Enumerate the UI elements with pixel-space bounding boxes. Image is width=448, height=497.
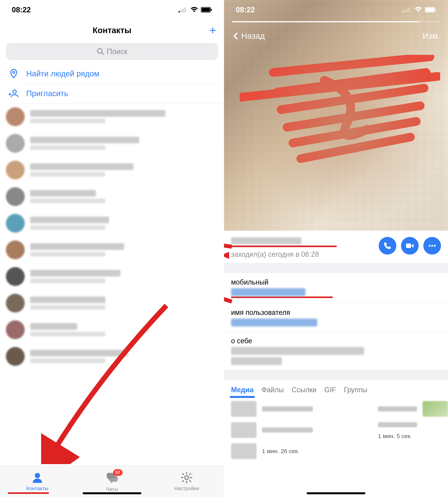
annotation-underline xyxy=(231,296,333,298)
annotation-arrowhead xyxy=(224,252,229,261)
about-section: о себе xyxy=(224,332,448,370)
cellular-icon xyxy=(402,7,412,13)
media-title-redacted xyxy=(378,406,417,411)
tab-links[interactable]: Ссылки xyxy=(291,386,316,394)
tab-media[interactable]: Медиа xyxy=(231,386,254,394)
contacts-list[interactable] xyxy=(0,103,224,370)
avatar xyxy=(6,134,25,153)
about-label: о себе xyxy=(231,337,441,345)
media-list[interactable]: 1 мин. 26 сек. 1 мин. 5 сек. xyxy=(224,398,448,462)
svg-point-24 xyxy=(431,245,433,247)
media-title-redacted xyxy=(262,428,313,433)
contact-row[interactable] xyxy=(0,157,224,183)
svg-point-25 xyxy=(434,245,436,247)
svg-rect-20 xyxy=(426,8,434,12)
media-thumb xyxy=(231,401,256,417)
contact-row[interactable] xyxy=(0,103,224,130)
invite-friends[interactable]: Пригласить xyxy=(0,84,224,103)
edit-button[interactable]: Изм. xyxy=(423,31,440,41)
phone-icon xyxy=(383,241,392,250)
media-title-redacted xyxy=(262,406,313,411)
media-duration: 1 мин. 5 сек. xyxy=(378,433,412,439)
video-icon xyxy=(405,241,414,250)
media-row[interactable]: 1 мин. 5 сек. xyxy=(378,430,448,442)
svg-rect-0 xyxy=(178,11,180,13)
avatar xyxy=(6,267,25,286)
media-row[interactable] xyxy=(378,398,448,419)
mobile-section[interactable]: мобильный xyxy=(224,273,448,303)
tab-gif[interactable]: GIF xyxy=(324,386,336,394)
contact-row[interactable] xyxy=(0,263,224,290)
profile-nav: Назад Изм. xyxy=(224,31,448,41)
more-button[interactable] xyxy=(423,237,441,255)
section-gap xyxy=(224,370,448,380)
profile-photo[interactable]: 08:22 Назад Изм. xyxy=(224,0,448,231)
tab-settings[interactable]: Настройки xyxy=(149,466,224,497)
contact-row[interactable] xyxy=(0,130,224,157)
cellular-icon xyxy=(178,7,188,13)
video-call-button[interactable] xyxy=(401,237,419,255)
tab-files[interactable]: Файлы xyxy=(261,386,284,394)
svg-point-14 xyxy=(185,476,189,480)
svg-line-8 xyxy=(101,52,103,54)
home-indicator xyxy=(83,492,141,494)
tab-groups[interactable]: Группы xyxy=(344,386,367,394)
section-gap xyxy=(224,263,448,273)
svg-rect-5 xyxy=(202,8,210,12)
username-section[interactable]: имя пользователя xyxy=(224,303,448,332)
contact-row[interactable] xyxy=(0,237,224,263)
find-nearby-label: Найти людей рядом xyxy=(26,69,99,78)
contact-row[interactable] xyxy=(0,210,224,237)
svg-point-10 xyxy=(13,90,16,93)
gear-icon xyxy=(180,471,193,484)
tab-settings-label: Настройки xyxy=(174,485,199,492)
add-person-icon xyxy=(8,88,20,98)
contact-name-redacted xyxy=(231,237,302,244)
media-thumb xyxy=(423,401,448,417)
person-icon xyxy=(31,471,44,484)
home-indicator xyxy=(307,492,365,494)
find-people-nearby[interactable]: Найти людей рядом xyxy=(0,64,224,83)
avatar xyxy=(6,347,25,366)
svg-rect-1 xyxy=(180,10,182,13)
username-label: имя пользователя xyxy=(231,308,441,317)
back-button[interactable]: Назад xyxy=(232,31,265,41)
svg-rect-22 xyxy=(406,244,411,248)
contact-row[interactable] xyxy=(0,290,224,317)
status-bar: 08:22 xyxy=(0,0,224,20)
media-row[interactable]: 1 мин. 26 сек. xyxy=(231,441,441,462)
svg-rect-21 xyxy=(435,9,436,11)
avatar xyxy=(6,187,25,206)
tab-contacts-label: Контакты xyxy=(26,485,48,492)
contact-profile-screen: 08:22 Назад Изм. xyxy=(224,0,448,497)
last-seen: заходил(а) сегодня в 06:28 xyxy=(231,250,379,258)
contact-row[interactable] xyxy=(0,343,224,370)
annotation-underline xyxy=(231,246,337,247)
avatar xyxy=(6,320,25,339)
bio-line-redacted xyxy=(231,357,282,365)
back-label: Назад xyxy=(241,31,265,41)
battery-icon xyxy=(425,7,436,13)
svg-rect-2 xyxy=(182,9,184,13)
page-title: Контакты xyxy=(93,26,131,35)
wifi-icon xyxy=(190,7,198,13)
svg-rect-18 xyxy=(408,7,410,13)
battery-icon xyxy=(201,7,212,13)
contact-row[interactable] xyxy=(0,317,224,343)
avatar xyxy=(6,107,25,126)
annotation-scribble xyxy=(240,55,440,172)
chevron-left-icon xyxy=(232,32,240,40)
media-title-redacted xyxy=(378,422,417,427)
contact-row[interactable] xyxy=(0,183,224,210)
wifi-icon xyxy=(414,7,422,13)
search-input[interactable]: Поиск xyxy=(6,43,218,60)
bio-line-redacted xyxy=(231,347,364,355)
status-bar: 08:22 xyxy=(224,0,448,20)
add-contact-button[interactable]: + xyxy=(209,24,216,36)
location-pin-icon xyxy=(8,68,20,79)
avatar xyxy=(6,240,25,259)
media-row[interactable] xyxy=(378,419,448,430)
media-thumb xyxy=(231,422,256,438)
call-button[interactable] xyxy=(379,237,396,255)
status-time: 08:22 xyxy=(12,6,31,14)
